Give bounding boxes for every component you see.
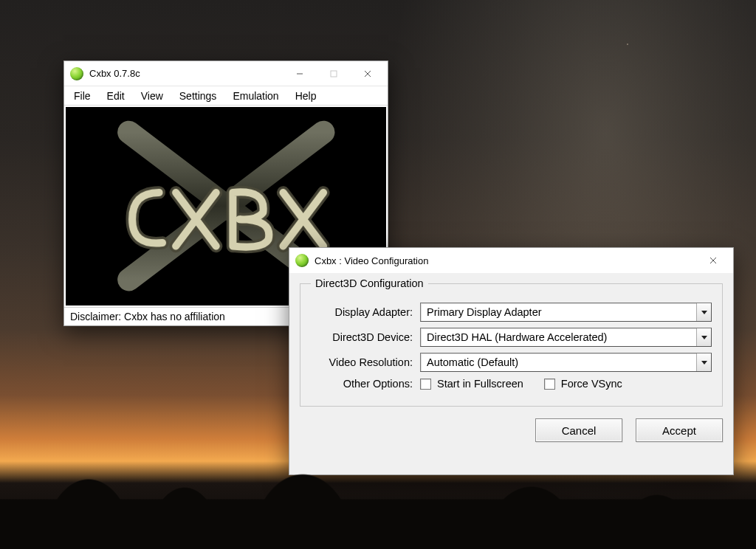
svg-rect-1 [331,71,337,77]
menu-emulation[interactable]: Emulation [224,88,286,104]
label-other-options: Other Options: [311,378,420,390]
menu-view[interactable]: View [133,88,171,104]
cxbx-app-icon [295,254,309,267]
menu-settings[interactable]: Settings [171,88,225,104]
dialog-close-button[interactable] [696,248,730,273]
cancel-button[interactable]: Cancel [535,418,622,442]
close-button[interactable] [351,61,385,86]
combo-display-adapter-value: Primary Display Adapter [421,306,696,318]
accept-button[interactable]: Accept [636,418,723,442]
menubar: File Edit View Settings Emulation Help [64,86,388,106]
main-window-title: Cxbx 0.7.8c [89,68,283,79]
video-config-dialog: Cxbx : Video Configuration Direct3D Conf… [289,247,734,475]
cxbx-app-icon [70,67,83,80]
checkbox-force-vsync[interactable]: Force VSync [544,378,622,390]
checkbox-vsync-label: Force VSync [561,378,622,390]
label-video-resolution: Video Resolution: [311,356,420,368]
checkbox-box-icon [420,379,431,390]
d3d-config-group: Direct3D Configuration Display Adapter: … [300,277,723,407]
dialog-title: Cxbx : Video Configuration [315,255,696,266]
menu-edit[interactable]: Edit [99,88,133,104]
menu-file[interactable]: File [66,88,99,104]
checkbox-fullscreen-label: Start in Fullscreen [437,378,523,390]
combo-display-adapter[interactable]: Primary Display Adapter [420,303,712,322]
checkbox-start-fullscreen[interactable]: Start in Fullscreen [420,378,523,390]
combo-video-resolution-value: Automatic (Default) [421,356,696,368]
chevron-down-icon[interactable] [696,303,711,321]
group-caption: Direct3D Configuration [311,277,428,289]
main-titlebar[interactable]: Cxbx 0.7.8c [64,61,388,86]
label-display-adapter: Display Adapter: [311,306,420,318]
menu-help[interactable]: Help [287,88,325,104]
label-d3d-device: Direct3D Device: [311,331,420,343]
combo-d3d-device[interactable]: Direct3D HAL (Hardware Accelerated) [420,328,712,347]
chevron-down-icon[interactable] [696,328,711,346]
chevron-down-icon[interactable] [696,353,711,371]
desktop-wallpaper: Cxbx 0.7.8c File Edit View Settings Emul… [0,0,756,549]
checkbox-box-icon [544,379,555,390]
minimize-button[interactable] [283,61,317,86]
combo-video-resolution[interactable]: Automatic (Default) [420,353,712,372]
dialog-titlebar[interactable]: Cxbx : Video Configuration [289,248,733,273]
combo-d3d-device-value: Direct3D HAL (Hardware Accelerated) [421,331,696,343]
maximize-button[interactable] [317,61,351,86]
